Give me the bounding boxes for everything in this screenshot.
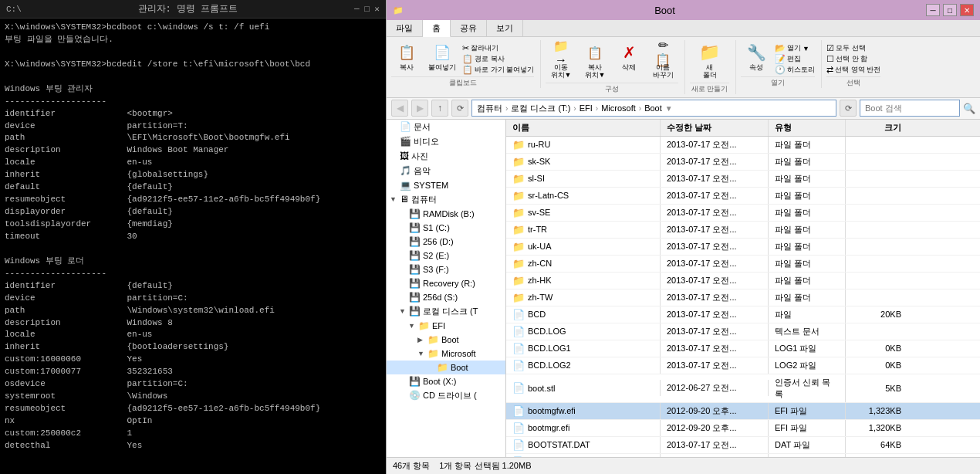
ribbon-group-organize: 📁→ 이동위치▼ 📋 복사위치▼ ✗ 삭제 ✏📋 이름바꾸기	[546, 40, 685, 94]
tree-folder-icon: 💾	[409, 250, 421, 261]
col-header-date[interactable]: 수정한 날짜	[661, 120, 769, 136]
invert-selection-button[interactable]: ⇄ 선택 영역 반전	[826, 65, 880, 75]
tree-item[interactable]: 💾S2 (E:)	[387, 249, 505, 262]
tree-folder-icon: 🎬	[400, 136, 411, 147]
ribbon-tab-파일[interactable]: 파일	[387, 20, 423, 36]
select-none-button[interactable]: ☐ 선택 안 함	[826, 54, 880, 64]
copy-button[interactable]: 📋 복사	[391, 40, 422, 73]
file-row[interactable]: 📄BCD.LOG1 2013-07-17 오전... LOG1 파일 0KB	[506, 340, 980, 357]
col-header-size[interactable]: 크기	[846, 120, 907, 136]
copy-path-button[interactable]: 📋 경로 복사	[462, 54, 534, 64]
file-row[interactable]: 📄BCD 2013-07-17 오전... 파일 20KB	[506, 306, 980, 323]
file-date: 2013-07-17 오전...	[661, 273, 769, 289]
file-row[interactable]: 📁sk-SK 2013-07-17 오전... 파일 폴더	[506, 154, 980, 171]
file-type: LOG1 파일	[769, 340, 846, 357]
search-input[interactable]	[860, 100, 960, 117]
file-row[interactable]: 📄boot.stl 2012-06-27 오전... 인증서 신뢰 목록 5KB	[506, 374, 980, 403]
tree-item[interactable]: 🖼사진	[387, 149, 505, 164]
path-computer[interactable]: 컴퓨터	[477, 103, 502, 114]
tree-item[interactable]: ▶📁Boot	[387, 333, 505, 347]
file-row[interactable]: 📁zh-HK 2013-07-17 오전... 파일 폴더	[506, 273, 980, 289]
file-row[interactable]: 📁uk-UA 2013-07-17 오전... 파일 폴더	[506, 239, 980, 256]
address-path[interactable]: 컴퓨터 › 로컬 디스크 (T:) › EFI › Microsoft › Bo…	[471, 100, 836, 117]
file-row[interactable]: 📁zh-TW 2013-07-17 오전... 파일 폴더	[506, 289, 980, 306]
tree-folder-icon: 💻	[400, 180, 411, 191]
path-t-drive[interactable]: 로컬 디스크 (T:)	[511, 103, 570, 114]
file-area: 📄문서🎬비디오🖼사진🎵음악💻SYSTEM▼🖥컴퓨터💾RAMDisk (B:)💾S…	[387, 120, 980, 457]
tree-item[interactable]: 🎵음악	[387, 164, 505, 178]
file-row[interactable]: 📄bootmgfw.efi 2012-09-20 오후... EFI 파일 1,…	[506, 403, 980, 420]
forward-button[interactable]: ▶	[411, 100, 428, 117]
file-row[interactable]: 📄BOOTSTAT.DAT 2013-07-17 오전... DAT 파일 64…	[506, 437, 980, 454]
col-header-type[interactable]: 유형	[769, 120, 846, 136]
tree-folder-icon: 💾	[409, 208, 421, 219]
cmd-icon: C:\	[6, 5, 22, 14]
file-type: 파일 폴더	[769, 289, 846, 306]
tree-item[interactable]: 💾S3 (F:)	[387, 262, 505, 276]
tree-item[interactable]: ▼📁EFI	[387, 319, 505, 333]
tree-item[interactable]: 💿CD 드라이브 (	[387, 388, 505, 403]
open-button[interactable]: 📂 열기▼	[775, 43, 815, 53]
tree-item[interactable]: 📁Boot	[387, 361, 505, 374]
file-row[interactable]: 📁sr-Latn-CS 2013-07-17 오전... 파일 폴더	[506, 188, 980, 205]
file-row[interactable]: 📄BCD.LOG2 2013-07-17 오전... LOG2 파일 0KB	[506, 357, 980, 374]
copy-to-button[interactable]: 📋 복사위치▼	[580, 40, 610, 81]
refresh-button[interactable]: ⟳	[451, 100, 468, 117]
file-row[interactable]: 📁sv-SE 2013-07-17 오전... 파일 폴더	[506, 205, 980, 222]
minimize-button[interactable]: ─	[926, 4, 940, 16]
file-row[interactable]: 📄BCD.LOG 2013-07-17 오전... 텍스트 문서	[506, 323, 980, 340]
ribbon-tab-보기[interactable]: 보기	[487, 20, 523, 36]
tree-item[interactable]: 🎬비디오	[387, 134, 505, 149]
tree-item[interactable]: 💾RAMDisk (B:)	[387, 207, 505, 221]
tree-item[interactable]: 💻SYSTEM	[387, 178, 505, 192]
file-row[interactable]: 📁tr-TR 2013-07-17 오전... 파일 폴더	[506, 222, 980, 239]
new-folder-button[interactable]: 📁 새폴더	[694, 40, 725, 81]
tree-item[interactable]: 💾Boot (X:)	[387, 374, 505, 388]
file-type: 파일	[769, 306, 846, 323]
tree-item-label: S3 (F:)	[423, 265, 449, 274]
history-button[interactable]: 🕐 히스토리	[775, 65, 815, 75]
tree-item[interactable]: 💾S1 (C:)	[387, 221, 505, 235]
file-date: 2013-07-17 오전...	[661, 437, 769, 453]
tree-item[interactable]: 💾256 (D:)	[387, 235, 505, 249]
tree-item[interactable]: 💾256d (S:)	[387, 290, 505, 304]
cut-button[interactable]: ✂ 잘라내기	[462, 43, 534, 53]
refresh-addr-button[interactable]: ⟳	[840, 100, 857, 117]
properties-button[interactable]: 🔧 속성	[741, 40, 772, 73]
explorer-titlebar: 📁 Boot ─ □ ✕	[387, 0, 980, 20]
tree-item[interactable]: ▼🖥컴퓨터	[387, 192, 505, 207]
col-header-name[interactable]: 이름	[506, 120, 661, 136]
tree-item[interactable]: ▼💾로컬 디스크 (T	[387, 304, 505, 319]
up-button[interactable]: ↑	[431, 100, 448, 117]
back-button[interactable]: ◀	[391, 100, 408, 117]
select-all-button[interactable]: ☑ 모두 선택	[826, 43, 880, 53]
tree-folder-icon: 🖼	[400, 151, 409, 161]
file-row[interactable]: 📁zh-CN 2013-07-17 오전... 파일 폴더	[506, 256, 980, 273]
paste-button[interactable]: 📄 붙여넣기	[425, 40, 459, 73]
ribbon-tab-공유[interactable]: 공유	[451, 20, 487, 36]
tree-item[interactable]: 💾Recovery (R:)	[387, 276, 505, 290]
invert-icon: ⇄	[826, 65, 833, 75]
path-boot[interactable]: Boot	[644, 103, 662, 113]
file-name: 📁zh-CN	[506, 256, 661, 272]
path-efi[interactable]: EFI	[580, 103, 593, 113]
rename-button[interactable]: ✏📋 이름바꾸기	[647, 40, 678, 81]
file-row[interactable]: 📁sl-SI 2013-07-17 오전... 파일 폴더	[506, 171, 980, 188]
file-row[interactable]: 📁ru-RU 2013-07-17 오전... 파일 폴더	[506, 137, 980, 154]
tree-item[interactable]: 📄문서	[387, 120, 505, 134]
delete-button[interactable]: ✗ 삭제	[613, 40, 644, 73]
ribbon-tab-홈[interactable]: 홈	[423, 20, 451, 37]
file-row[interactable]: 📄bootmgr.efi 2012-09-20 오후... EFI 파일 1,3…	[506, 420, 980, 437]
file-icon: 📄	[512, 309, 525, 320]
file-date: 2013-07-17 오전...	[661, 171, 769, 187]
move-to-button[interactable]: 📁→ 이동위치▼	[546, 40, 576, 81]
close-button[interactable]: ✕	[960, 4, 974, 16]
path-microsoft[interactable]: Microsoft	[601, 103, 636, 113]
paste-shortcut-button[interactable]: 📋 바로 가기 붙여넣기	[462, 65, 534, 75]
maximize-button[interactable]: □	[943, 4, 957, 16]
ribbon: 파일홈공유보기 📋 복사 📄 붙여넣기 ✂	[387, 20, 980, 98]
edit-button[interactable]: 📝 편집	[775, 54, 815, 64]
tree-item[interactable]: ▼📁Microsoft	[387, 347, 505, 361]
clipboard-items: 📋 복사 📄 붙여넣기 ✂ 잘라내기 📋 경	[391, 40, 534, 75]
file-name: 📁zh-TW	[506, 289, 661, 306]
